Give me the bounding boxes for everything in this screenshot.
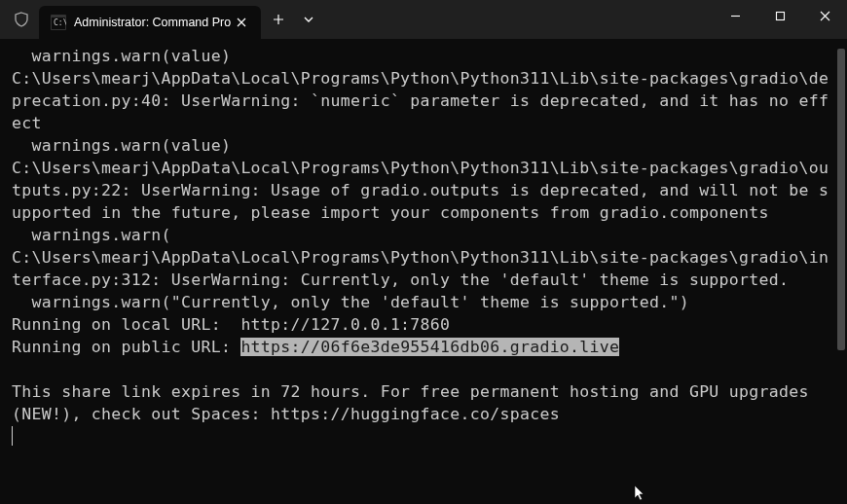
text-cursor [12,426,13,446]
terminal-line: warnings.warn(value) [12,45,835,67]
scrollbar-thumb[interactable] [837,49,845,350]
terminal-line: Running on public URL: https://06f6e3de9… [12,336,835,358]
window-controls [713,0,847,39]
plus-icon [273,14,284,25]
terminal-line: C:\Users\mearj\AppData\Local\Programs\Py… [12,157,835,224]
tab-active[interactable]: C:\ Administrator: Command Pro [39,6,261,39]
terminal-output[interactable]: warnings.warn(value)C:\Users\mearj\AppDa… [0,39,847,453]
close-button[interactable] [802,0,847,31]
cmd-icon: C:\ [51,15,66,30]
terminal-line: This share link expires in 72 hours. For… [12,380,835,425]
new-tab-button[interactable] [261,10,296,29]
maximize-icon [775,11,786,21]
tab-close-button[interactable] [232,16,251,29]
minimize-button[interactable] [713,0,757,31]
svg-rect-3 [776,12,784,19]
terminal-line: Running on local URL: http://127.0.0.1:7… [12,313,835,336]
terminal-line: warnings.warn( [12,224,835,246]
chevron-down-icon [304,17,313,22]
tab-dropdown-button[interactable] [296,13,321,26]
shield-icon [14,12,29,27]
mouse-cursor-icon [633,485,646,502]
terminal-line: warnings.warn(value) [12,134,835,157]
terminal-line: warnings.warn("Currently, only the 'defa… [12,291,835,313]
terminal-line: C:\Users\mearj\AppData\Local\Programs\Py… [12,246,835,291]
terminal-line: C:\Users\mearj\AppData\Local\Programs\Py… [12,67,835,134]
titlebar: C:\ Administrator: Command Pro [0,0,847,39]
terminal-line [12,358,835,380]
close-icon [237,18,246,27]
minimize-icon [730,11,741,21]
tab-title: Administrator: Command Pro [74,16,232,29]
close-icon [820,11,830,21]
maximize-button[interactable] [757,0,802,31]
public-url-selected: https://06f6e3de955416db06.gradio.live [240,338,619,356]
svg-text:C:\: C:\ [54,18,66,27]
public-url-prefix: Running on public URL: [12,338,240,356]
